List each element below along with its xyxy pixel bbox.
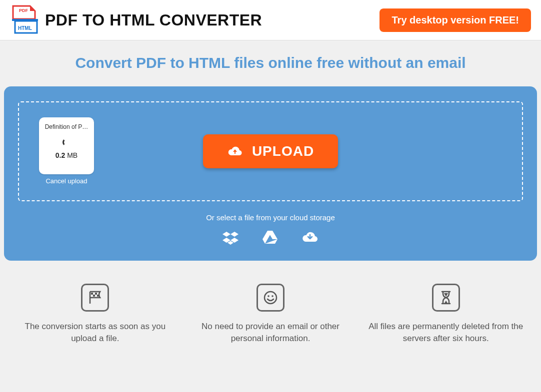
svg-point-6 <box>264 292 276 304</box>
upload-panel: Definition of P… 0.2 MB Cancel upload UP… <box>4 86 537 261</box>
feature-text: No need to provide an email or other per… <box>190 321 351 345</box>
cloud-download-icon[interactable] <box>302 231 318 247</box>
feature-text: The conversion starts as soon as you upl… <box>15 321 176 345</box>
spinner-icon <box>62 138 70 146</box>
feature-instant: The conversion starts as soon as you upl… <box>15 284 176 345</box>
file-item: Definition of P… 0.2 MB Cancel upload <box>39 117 94 185</box>
file-name: Definition of P… <box>43 123 90 130</box>
hourglass-icon <box>432 284 460 312</box>
svg-text:HTML: HTML <box>18 25 32 31</box>
feature-text: All files are permanently deleted from t… <box>366 321 526 345</box>
header: PDF HTML PDF TO HTML CONVERTER Try deskt… <box>0 0 541 40</box>
feature-noemail: No need to provide an email or other per… <box>190 284 351 345</box>
file-card: Definition of P… 0.2 MB <box>39 117 94 174</box>
svg-point-7 <box>268 295 270 297</box>
svg-rect-4 <box>93 295 95 297</box>
svg-rect-3 <box>95 293 97 295</box>
upload-button-label: UPLOAD <box>252 143 314 159</box>
dropbox-icon[interactable] <box>222 231 238 247</box>
dropzone[interactable]: Definition of P… 0.2 MB Cancel upload UP… <box>18 101 523 201</box>
features-row: The conversion starts as soon as you upl… <box>0 266 541 365</box>
feature-delete: All files are permanently deleted from t… <box>366 284 526 345</box>
svg-text:PDF: PDF <box>19 8 28 13</box>
upload-button[interactable]: UPLOAD <box>203 134 338 168</box>
smiley-icon <box>256 284 284 312</box>
svg-rect-2 <box>91 293 93 295</box>
app-title: PDF TO HTML CONVERTER <box>45 11 262 29</box>
app-logo-icon: PDF HTML <box>10 5 40 35</box>
file-size: 0.2 MB <box>43 151 90 159</box>
svg-point-8 <box>272 295 274 297</box>
try-desktop-button[interactable]: Try desktop version FREE! <box>380 8 531 32</box>
google-drive-icon[interactable] <box>262 231 278 247</box>
cloud-upload-icon <box>227 144 243 158</box>
cloud-storage-text: Or select a file from your cloud storage <box>18 213 523 222</box>
cancel-upload-link[interactable]: Cancel upload <box>39 177 94 185</box>
header-left: PDF HTML PDF TO HTML CONVERTER <box>10 5 262 35</box>
page-subtitle: Convert PDF to HTML files online free wi… <box>0 40 541 81</box>
svg-rect-5 <box>97 295 99 297</box>
cloud-icons <box>18 231 523 247</box>
flag-icon <box>81 284 109 312</box>
